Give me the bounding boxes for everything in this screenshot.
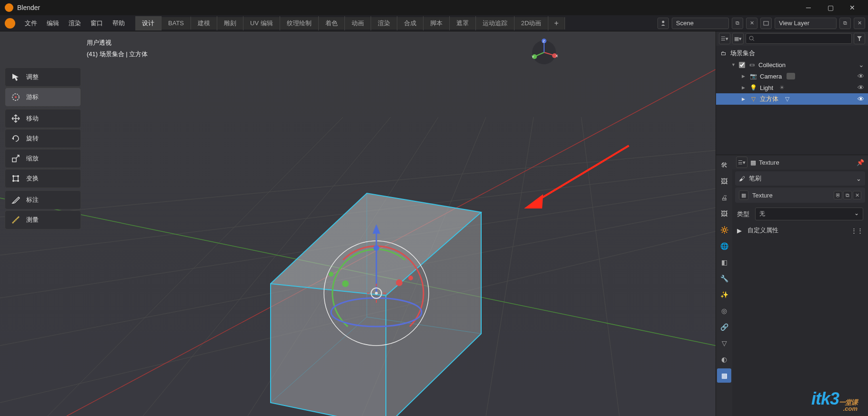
proptab-tool[interactable]: 🛠 [717, 158, 731, 172]
tool-transform[interactable]: 变换 [5, 169, 81, 188]
axis-navigation-gizmo[interactable]: XYZ [530, 38, 558, 67]
shield-icon[interactable]: ⛨ [834, 191, 842, 199]
viewport-info: 用户透视 (41) 场景集合 | 立方体 [87, 37, 148, 60]
svg-point-0 [662, 20, 665, 23]
tool-rotate[interactable]: 旋转 [5, 129, 81, 148]
viewlayer-name-input[interactable] [775, 18, 837, 29]
proptab-particles[interactable]: ✨ [717, 287, 731, 302]
menu-render[interactable]: 渲染 [64, 17, 86, 30]
add-workspace-button[interactable]: + [548, 17, 565, 30]
grip-icon[interactable]: ⋮⋮ [851, 227, 863, 234]
collection-path-label: (41) 场景集合 | 立方体 [87, 49, 148, 60]
svg-rect-1 [764, 21, 768, 25]
collection-label: Collection [758, 61, 786, 69]
custom-props-panel[interactable]: ▶ 自定义属性 ⋮⋮ [732, 223, 868, 238]
tool-annotate[interactable]: 标注 [5, 190, 81, 209]
proptab-output[interactable]: 🖨 [717, 190, 731, 205]
expand-icon[interactable]: ▶ [742, 97, 747, 101]
proptab-scene[interactable]: 🔆 [717, 223, 731, 237]
new-scene-button[interactable]: ⧉ [732, 18, 743, 29]
collection-toggle[interactable] [739, 62, 745, 68]
tool-tweak[interactable]: 调整 [5, 68, 81, 87]
visibility-toggle[interactable]: 👁 [858, 72, 864, 80]
menu-file[interactable]: 文件 [20, 17, 42, 30]
display-mode-dropdown[interactable]: ▦▾ [732, 33, 744, 44]
expand-icon: ▶ [737, 227, 742, 234]
light-row[interactable]: ▶ 💡 Light ☀ 👁 [716, 82, 868, 93]
proptab-viewlayer[interactable]: 🖼 [717, 207, 731, 221]
proptab-object[interactable]: ◧ [717, 255, 731, 269]
cube-row[interactable]: ▶ ▽ 立方体 ▽ 👁 [716, 93, 868, 105]
delete-viewlayer-button[interactable]: ✕ [854, 18, 865, 29]
tab-scripting[interactable]: 脚本 [424, 16, 450, 30]
prop-mode-dropdown[interactable]: ☰▾ [736, 157, 747, 168]
unlink-button[interactable]: ✕ [853, 191, 861, 199]
pin-button[interactable]: 📌 [857, 159, 864, 166]
new-viewlayer-button[interactable]: ⧉ [839, 18, 851, 29]
camera-row[interactable]: ▶ 📷 Camera 👁 [716, 70, 868, 82]
minimize-button[interactable]: ─ [797, 0, 819, 15]
tab-uv[interactable]: UV 编辑 [243, 16, 280, 30]
proptab-material[interactable]: ◐ [717, 352, 731, 366]
app-icon[interactable] [5, 18, 15, 29]
collection-row[interactable]: ▼ ▭ Collection ⌄ [716, 59, 868, 70]
expand-icon[interactable]: ▼ [731, 62, 736, 67]
tab-texpaint[interactable]: 纹理绘制 [280, 16, 319, 30]
close-button[interactable]: ✕ [841, 0, 863, 15]
outliner-panel: ☰▾ ▦▾ 🗀 场景集合 ▼ ▭ Col [716, 31, 868, 155]
svg-line-11 [486, 117, 534, 416]
perspective-label: 用户透视 [87, 37, 148, 49]
tab-tracking[interactable]: 运动追踪 [476, 16, 515, 30]
tool-move-label: 移动 [26, 114, 39, 123]
proptab-physics[interactable]: ◎ [717, 304, 731, 318]
svg-marker-15 [271, 284, 386, 416]
tool-cursor[interactable]: 游标 [5, 88, 81, 107]
chevron-expand-icon[interactable]: ⌄ [858, 61, 864, 69]
expand-icon[interactable]: ▶ [742, 74, 747, 79]
watermark-text: itk3 [811, 389, 839, 408]
type-dropdown[interactable]: 无 ⌄ [755, 208, 863, 220]
proptab-constraint[interactable]: 🔗 [717, 320, 731, 334]
duplicate-button[interactable]: ⧉ [843, 191, 852, 199]
outliner-search-input[interactable] [746, 33, 852, 44]
proptab-world[interactable]: 🌐 [717, 239, 731, 253]
tab-rendering[interactable]: 渲染 [371, 16, 397, 30]
tab-2danim[interactable]: 2D动画 [515, 16, 549, 30]
tool-scale[interactable]: 缩放 [5, 149, 81, 168]
menu-window[interactable]: 窗口 [86, 17, 108, 30]
tab-shading[interactable]: 着色 [319, 16, 345, 30]
outliner-mode-dropdown[interactable]: ☰▾ [719, 33, 730, 44]
filter-button[interactable] [854, 33, 865, 44]
expand-icon[interactable]: ▶ [742, 85, 747, 90]
delete-scene-button[interactable]: ✕ [746, 18, 757, 29]
menu-edit[interactable]: 编辑 [42, 17, 64, 30]
tab-bats[interactable]: BATS [161, 17, 191, 30]
scene-collection-row[interactable]: 🗀 场景集合 [716, 48, 868, 59]
scene-browse-icon[interactable] [657, 18, 669, 29]
maximize-button[interactable]: ▢ [819, 0, 841, 15]
tool-transform-label: 变换 [26, 174, 39, 183]
tool-rotate-label: 旋转 [26, 134, 39, 143]
svg-point-57 [749, 36, 753, 40]
tool-move[interactable]: 移动 [5, 109, 81, 128]
tool-measure[interactable]: 测量 [5, 210, 81, 229]
3d-viewport[interactable]: 调整 游标 移动 旋转 缩放 [0, 31, 716, 416]
tab-mask[interactable]: 遮罩 [450, 16, 476, 30]
proptab-render[interactable]: 🖼 [717, 174, 731, 188]
tab-layout[interactable]: 设计 [135, 16, 161, 30]
texture-selector[interactable]: ▩ Texture ⛨ ⧉ ✕ [735, 188, 865, 203]
tab-animation[interactable]: 动画 [345, 16, 371, 30]
tab-modeling[interactable]: 建模 [191, 16, 217, 30]
tab-compositing[interactable]: 合成 [397, 16, 424, 30]
menu-help[interactable]: 帮助 [108, 17, 130, 30]
proptab-texture[interactable]: ▩ [717, 368, 731, 383]
search-icon [749, 36, 755, 41]
viewlayer-browse-icon[interactable] [760, 18, 772, 29]
tab-sculpt[interactable]: 雕刻 [217, 16, 243, 30]
scene-name-input[interactable] [672, 18, 729, 29]
visibility-toggle[interactable]: 👁 [858, 95, 864, 103]
brush-selector[interactable]: 🖌 笔刷 ⌄ [735, 171, 865, 186]
proptab-modifier[interactable]: 🔧 [717, 271, 731, 286]
visibility-toggle[interactable]: 👁 [858, 84, 864, 91]
proptab-data[interactable]: ▽ [717, 336, 731, 350]
